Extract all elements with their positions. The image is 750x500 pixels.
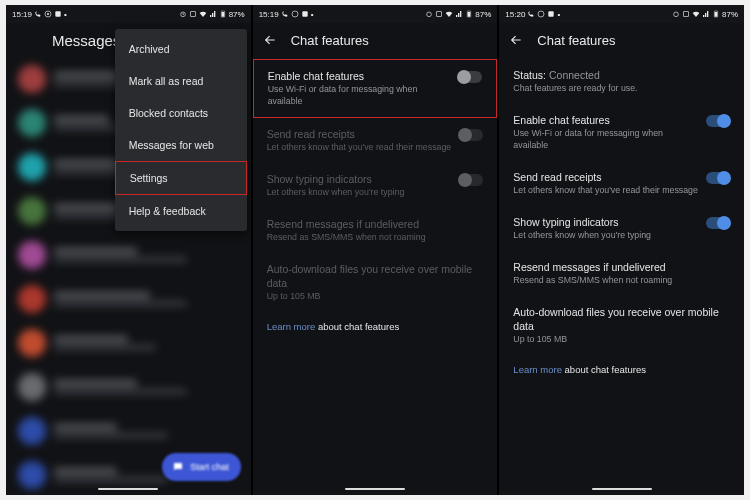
row-learn-more[interactable]: Learn more about chat features [499, 355, 744, 386]
svg-rect-12 [468, 12, 471, 17]
svg-rect-18 [715, 12, 718, 17]
back-arrow-icon[interactable] [509, 33, 523, 47]
learn-more-link[interactable]: Learn more [267, 321, 316, 332]
row-resend: Resend messages if undelivered Resend as… [253, 208, 498, 253]
menu-mark-all-read[interactable]: Mark all as read [115, 65, 247, 97]
start-chat-fab[interactable]: Start chat [162, 453, 241, 481]
more-indicator: • [311, 10, 314, 19]
resend-title: Resend messages if undelivered [513, 260, 730, 274]
typing-title: Show typing indicators [513, 215, 698, 229]
phone-chat-features-on: 15:20 • 87% Chat features [498, 5, 744, 495]
row-learn-more[interactable]: Learn more about chat features [253, 312, 498, 343]
status-line: Status: Connected [513, 68, 730, 82]
toggle-typing [459, 174, 483, 186]
row-typing-indicators[interactable]: Show typing indicators Let others know w… [499, 206, 744, 251]
autodl-sub: Up to 105 MB [513, 334, 730, 346]
resend-title: Resend messages if undelivered [267, 217, 484, 231]
alarm-icon [425, 10, 433, 18]
menu-messages-for-web[interactable]: Messages for web [115, 129, 247, 161]
toggle-enable[interactable] [706, 115, 730, 127]
svg-point-13 [538, 11, 544, 17]
row-read-receipts[interactable]: Send read receipts Let others know that … [499, 161, 744, 206]
row-enable-chat-features[interactable]: Enable chat features Use Wi-Fi or data f… [499, 104, 744, 161]
row-status: Status: Connected Chat features are read… [499, 59, 744, 104]
home-indicator[interactable] [6, 483, 251, 495]
status-label: Status: [513, 69, 546, 81]
resend-sub: Resend as SMS/MMS when not roaming [267, 232, 484, 244]
svg-rect-14 [549, 11, 554, 16]
typing-title: Show typing indicators [267, 172, 452, 186]
enable-title: Enable chat features [513, 113, 698, 127]
svg-rect-10 [437, 12, 442, 17]
signal-icon [455, 10, 463, 18]
battery-icon [712, 10, 720, 18]
signal-icon [702, 10, 710, 18]
whatsapp-icon [537, 10, 545, 18]
phone-icon [527, 10, 535, 18]
status-sub: Chat features are ready for use. [513, 83, 730, 95]
battery-icon [465, 10, 473, 18]
page-title: Chat features [291, 33, 488, 48]
chat-features-appbar: Chat features [253, 23, 498, 57]
menu-blocked-contacts[interactable]: Blocked contacts [115, 97, 247, 129]
svg-rect-16 [684, 12, 689, 17]
phone-messages-menu: 15:19 • 87% Messages Start chat [6, 5, 251, 495]
resend-sub: Resend as SMS/MMS when not roaming [513, 275, 730, 287]
page-title: Chat features [537, 33, 734, 48]
home-indicator[interactable] [499, 483, 744, 495]
fab-label: Start chat [190, 462, 229, 472]
menu-help-feedback[interactable]: Help & feedback [115, 195, 247, 227]
settings-list: Status: Connected Chat features are read… [499, 57, 744, 483]
learn-more-rest: about chat features [315, 321, 399, 332]
autodl-sub: Up to 105 MB [267, 291, 484, 303]
more-indicator: • [557, 10, 560, 19]
toggle-enable[interactable] [458, 71, 482, 83]
menu-settings[interactable]: Settings [115, 161, 247, 195]
status-time: 15:20 [505, 10, 525, 19]
settings-list: Enable chat features Use Wi-Fi or data f… [253, 57, 498, 483]
wifi-icon [445, 10, 453, 18]
receipts-title: Send read receipts [513, 170, 698, 184]
chat-features-appbar: Chat features [499, 23, 744, 57]
row-auto-download[interactable]: Auto-download files you receive over mob… [499, 296, 744, 355]
svg-rect-8 [302, 11, 307, 16]
enable-sub: Use Wi-Fi or data for messaging when ava… [513, 128, 698, 152]
three-phone-collage: 15:19 • 87% Messages Start chat [6, 5, 744, 495]
back-arrow-icon[interactable] [263, 33, 277, 47]
receipts-sub: Let others know that you've read their m… [267, 142, 452, 154]
overflow-menu: Archived Mark all as read Blocked contac… [115, 29, 247, 231]
receipts-sub: Let others know that you've read their m… [513, 185, 698, 197]
alarm-icon [672, 10, 680, 18]
autodl-title: Auto-download files you receive over mob… [267, 262, 484, 290]
enable-title: Enable chat features [268, 69, 451, 83]
whatsapp-icon [291, 10, 299, 18]
learn-more-link[interactable]: Learn more [513, 364, 562, 375]
autodl-title: Auto-download files you receive over mob… [513, 305, 730, 333]
svg-point-9 [427, 12, 432, 17]
home-indicator[interactable] [253, 483, 498, 495]
row-typing-indicators: Show typing indicators Let others know w… [253, 163, 498, 208]
typing-sub: Let others know when you're typing [513, 230, 698, 242]
toggle-receipts[interactable] [706, 172, 730, 184]
row-enable-chat-features[interactable]: Enable chat features Use Wi-Fi or data f… [253, 59, 498, 118]
learn-more-rest: about chat features [562, 364, 646, 375]
enable-sub: Use Wi-Fi or data for messaging when ava… [268, 84, 451, 108]
toggle-receipts [459, 129, 483, 141]
battery-pct: 87% [722, 10, 738, 19]
phone-icon [281, 10, 289, 18]
status-bar: 15:20 • 87% [499, 5, 744, 23]
receipts-title: Send read receipts [267, 127, 452, 141]
menu-archived[interactable]: Archived [115, 33, 247, 65]
nfc-icon [435, 10, 443, 18]
status-time: 15:19 [259, 10, 279, 19]
toggle-typing[interactable] [706, 217, 730, 229]
typing-sub: Let others know when you're typing [267, 187, 452, 199]
battery-pct: 87% [475, 10, 491, 19]
app-icon [547, 10, 555, 18]
nfc-icon [682, 10, 690, 18]
svg-point-15 [674, 12, 679, 17]
row-resend[interactable]: Resend messages if undelivered Resend as… [499, 251, 744, 296]
chat-icon [172, 461, 184, 473]
phone-chat-features-off: 15:19 • 87% Chat features Enab [252, 5, 498, 495]
svg-point-7 [292, 11, 298, 17]
